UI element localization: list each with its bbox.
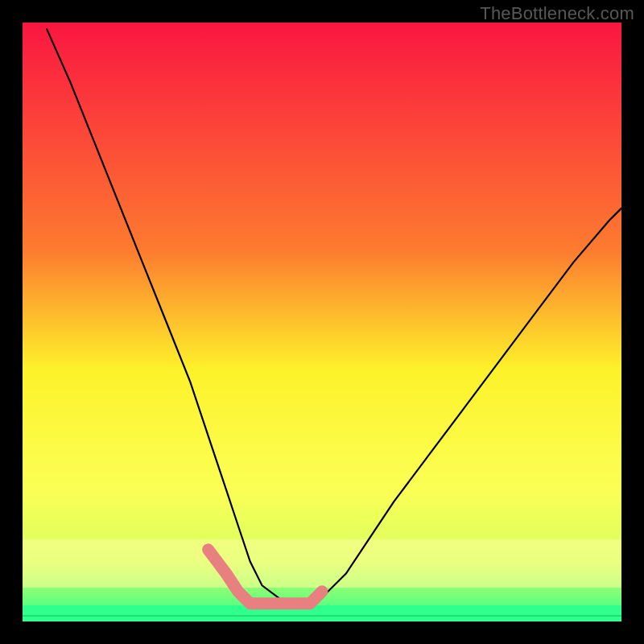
plot-area	[23, 23, 621, 621]
bottleneck-chart	[0, 0, 644, 644]
yellow-band	[23, 539, 621, 588]
green-line	[23, 615, 621, 617]
watermark-text: TheBottleneck.com	[480, 3, 634, 24]
chart-container: TheBottleneck.com	[0, 0, 644, 644]
green-band	[23, 605, 621, 621]
